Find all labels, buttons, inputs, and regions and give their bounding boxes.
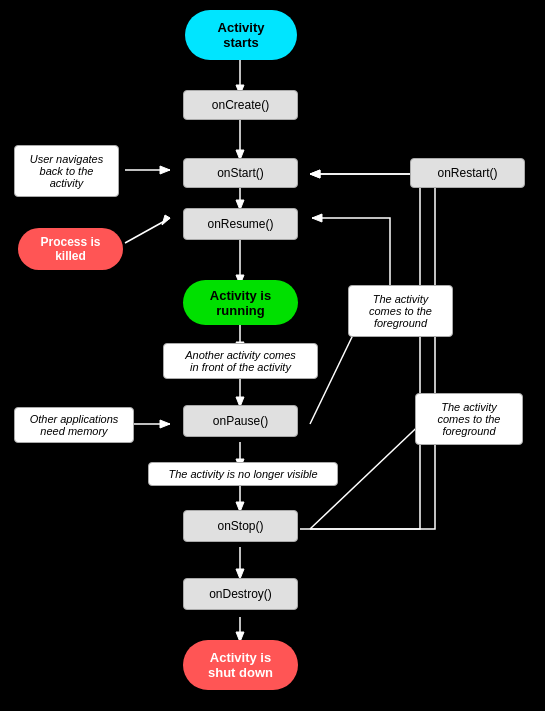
activity-running-node: Activity is running <box>183 280 298 325</box>
svg-marker-23 <box>312 214 322 222</box>
svg-marker-26 <box>162 215 170 225</box>
on-start-node: onStart() <box>183 158 298 188</box>
process-killed-node: Process is killed <box>18 228 123 270</box>
other-apps-label: Other applications need memory <box>14 407 134 443</box>
activity-shutdown-node: Activity is shut down <box>183 640 298 690</box>
on-destroy-node: onDestroy() <box>183 578 298 610</box>
svg-marker-30 <box>310 170 320 178</box>
on-stop-node: onStop() <box>183 510 298 542</box>
on-resume-node: onResume() <box>183 208 298 240</box>
svg-marker-27 <box>160 420 170 428</box>
on-create-node: onCreate() <box>183 90 298 120</box>
another-activity-label: Another activity comes in front of the a… <box>163 343 318 379</box>
user-navigates-label: User navigates back to the activity <box>14 145 119 197</box>
foreground2-label: The activity comes to the foreground <box>415 393 523 445</box>
on-pause-node: onPause() <box>183 405 298 437</box>
activity-starts-node: Activity starts <box>185 10 297 60</box>
on-restart-node: onRestart() <box>410 158 525 188</box>
svg-marker-25 <box>160 166 170 174</box>
no-longer-visible-label: The activity is no longer visible <box>148 462 338 486</box>
svg-marker-20 <box>310 170 320 178</box>
foreground1-label: The activity comes to the foreground <box>348 285 453 337</box>
